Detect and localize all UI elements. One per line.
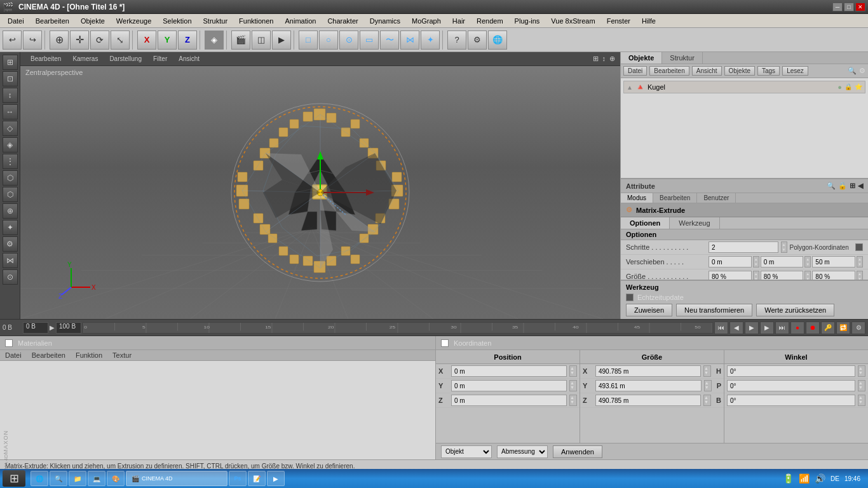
vp-tab-darstellung[interactable]: Darstellung xyxy=(104,54,147,64)
menu-charakter[interactable]: Charakter xyxy=(322,16,363,26)
attr-input-schritte[interactable] xyxy=(709,241,778,253)
effector-btn[interactable]: ✦ xyxy=(421,30,440,50)
coord-size-x-input[interactable] xyxy=(595,365,701,377)
vp-icon-move[interactable]: ↕ xyxy=(602,55,606,63)
mat-tab-bearbeiten[interactable]: Bearbeiten xyxy=(27,350,71,360)
move-tool[interactable]: ✛ xyxy=(70,30,89,50)
attr-input-groesse-z[interactable] xyxy=(812,271,855,280)
menu-plugins[interactable]: Plug-ins xyxy=(510,16,545,26)
taskbar-item-ps[interactable]: Ps xyxy=(229,471,247,486)
coord-select-abmessung[interactable]: Abmessung Größe xyxy=(497,445,548,458)
menu-vue[interactable]: Vue 8xStream xyxy=(546,16,600,26)
coord-size-x-spinner[interactable]: ▲▼ xyxy=(703,365,711,377)
menu-mograph[interactable]: MoGraph xyxy=(407,16,446,26)
menu-werkzeuge[interactable]: Werkzeuge xyxy=(111,16,156,26)
coord-size-y-input[interactable] xyxy=(595,380,702,391)
coord-checkbox[interactable] xyxy=(441,339,449,347)
coord-h-spinner[interactable]: ▲▼ xyxy=(858,365,865,377)
obj-toolbar-bearbeiten[interactable]: Bearbeiten xyxy=(649,66,689,76)
sidebar-btn-9[interactable]: ⬡ xyxy=(3,187,18,202)
mat-tab-datei[interactable]: Datei xyxy=(0,350,27,360)
coord-b-input[interactable] xyxy=(727,395,855,406)
render-settings-btn[interactable]: ⚙ xyxy=(468,30,487,50)
redo-button[interactable]: ↪ xyxy=(23,30,42,50)
scale-tool[interactable]: ⤡ xyxy=(111,30,130,50)
menu-rendem[interactable]: Rendem xyxy=(471,16,508,26)
attr-spinner-verschieben-z[interactable]: ▲▼ xyxy=(857,256,863,268)
tab-objekte[interactable]: Objekte xyxy=(621,52,662,64)
obj-toolbar-ansicht[interactable]: Ansicht xyxy=(692,66,722,76)
coord-y-input[interactable] xyxy=(451,380,567,391)
sidebar-btn-3[interactable]: ↕ xyxy=(3,88,18,103)
attr-expand-icon[interactable]: ⊞ xyxy=(850,182,855,190)
menu-bearbeiten[interactable]: Bearbeiten xyxy=(31,16,74,26)
taskbar-item-pc[interactable]: 💻 xyxy=(88,471,105,486)
mat-tab-textur[interactable]: Textur xyxy=(107,350,137,360)
coord-size-y-spinner[interactable]: ▲▼ xyxy=(704,380,712,391)
keyframe-btn[interactable]: 🔑 xyxy=(821,322,835,334)
sidebar-btn-10[interactable]: ⊕ xyxy=(3,203,18,219)
attr-main-tab-optionen[interactable]: Optionen xyxy=(621,217,670,229)
attr-input-verschieben-z[interactable] xyxy=(812,256,855,268)
attr-settings-icon[interactable]: ◀ xyxy=(858,182,863,190)
coord-y-spinner[interactable]: ▲▼ xyxy=(569,380,577,391)
sidebar-btn-13[interactable]: ⋈ xyxy=(3,253,18,268)
menu-struktur[interactable]: Struktur xyxy=(198,16,233,26)
forward-button[interactable]: ⏭ xyxy=(775,322,789,334)
timeline-ruler[interactable]: 0 5 10 15 20 25 30 35 40 45 50 xyxy=(83,322,713,334)
attr-search-icon[interactable]: 🔍 xyxy=(827,182,836,190)
obj-toolbar-datei[interactable]: Datei xyxy=(623,66,647,76)
coord-z-input[interactable] xyxy=(451,395,567,406)
undo-button[interactable]: ↩ xyxy=(3,30,22,50)
taskbar-item-notepad[interactable]: 📝 xyxy=(248,471,266,486)
attr-tab-benutzer[interactable]: Benutzer xyxy=(697,193,736,203)
select-tool[interactable]: ⊕ xyxy=(50,30,69,50)
obj-toolbar-objekte[interactable]: Objekte xyxy=(724,66,755,76)
next-frame-button[interactable]: ▶ xyxy=(760,322,774,334)
anim-settings[interactable]: ⚙ xyxy=(851,322,865,334)
vp-tab-filter[interactable]: Filter xyxy=(148,54,172,64)
attr-spinner-groesse-z[interactable]: ▲▼ xyxy=(857,271,863,280)
sidebar-btn-12[interactable]: ⚙ xyxy=(3,236,18,252)
obj-visibility-green[interactable]: ● xyxy=(837,83,842,91)
taskbar-item-ie[interactable]: 🌐 xyxy=(31,471,48,486)
taskbar-item-explorer[interactable]: 📁 xyxy=(69,471,86,486)
attr-lock-icon[interactable]: 🔒 xyxy=(838,182,847,190)
help-btn[interactable]: ? xyxy=(447,30,466,50)
viewport-canvas[interactable]: Zentralperspective xyxy=(20,66,620,319)
x-axis-btn[interactable]: X xyxy=(137,30,156,50)
anwenden-button[interactable]: Anwenden xyxy=(553,445,602,458)
menu-datei[interactable]: Datei xyxy=(3,16,29,26)
rotate-tool[interactable]: ⟳ xyxy=(90,30,109,50)
neu-transformieren-button[interactable]: Neu transformieren xyxy=(676,304,752,316)
obj-toolbar-settings-icon[interactable]: ⚙ xyxy=(859,67,865,75)
minimize-button[interactable]: ─ xyxy=(832,3,843,11)
coord-select-objekt[interactable]: Objekt Welt xyxy=(441,445,492,458)
attr-input-groesse-y[interactable] xyxy=(761,271,804,280)
y-axis-btn[interactable]: Y xyxy=(158,30,177,50)
plane-btn[interactable]: ▭ xyxy=(360,30,379,50)
tab-struktur[interactable]: Struktur xyxy=(662,52,703,64)
taskbar-item-paint[interactable]: 🎨 xyxy=(107,471,125,486)
obj-lock-icon[interactable]: 🔒 xyxy=(844,83,852,91)
attr-spinner-schritte[interactable]: ▲▼ xyxy=(781,241,787,253)
menu-funktionen[interactable]: Funktionen xyxy=(234,16,278,26)
rewind-button[interactable]: ⏮ xyxy=(714,322,728,334)
play-button[interactable]: ▶ xyxy=(745,322,759,334)
attr-input-verschieben-y[interactable] xyxy=(761,256,804,268)
render-btn[interactable]: ▶ xyxy=(272,30,291,50)
attr-tab-modus[interactable]: Modus xyxy=(621,193,653,203)
coord-size-z-spinner[interactable]: ▲▼ xyxy=(703,395,711,406)
attr-input-groesse-x[interactable] xyxy=(709,271,752,280)
record-button[interactable]: ● xyxy=(790,322,804,334)
sidebar-btn-5[interactable]: ◇ xyxy=(3,121,18,136)
attr-spinner-groesse-y[interactable]: ▲▼ xyxy=(804,271,811,280)
interactive-render-btn[interactable]: 🌐 xyxy=(488,30,507,50)
sidebar-btn-7[interactable]: ⋮ xyxy=(3,154,18,169)
z-axis-btn[interactable]: Z xyxy=(178,30,197,50)
auto-record[interactable]: ⏺ xyxy=(806,322,820,334)
maximize-button[interactable]: □ xyxy=(844,3,854,11)
werte-zuruecksetzen-button[interactable]: Werte zurücksetzen xyxy=(756,304,834,316)
attr-spinner-verschieben-y[interactable]: ▲▼ xyxy=(804,256,811,268)
sidebar-btn-1[interactable]: ⊞ xyxy=(3,55,18,70)
